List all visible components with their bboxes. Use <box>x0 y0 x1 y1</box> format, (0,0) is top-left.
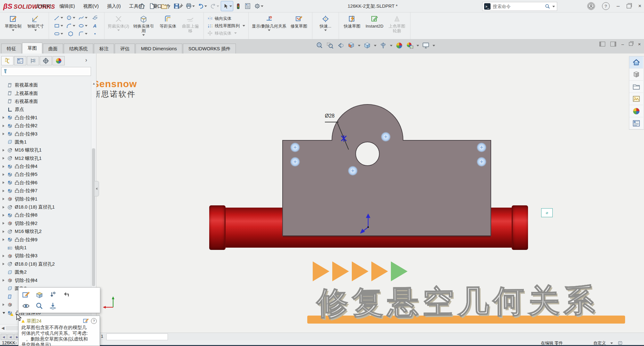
apply-scene-icon[interactable] <box>406 42 414 49</box>
home-button[interactable] <box>137 1 147 11</box>
display-relations-caret[interactable] <box>268 29 270 31</box>
right-pane-icon[interactable] <box>610 42 616 46</box>
linear-pattern-caret[interactable] <box>243 25 245 27</box>
appearances-tab[interactable] <box>629 105 643 117</box>
smart-dimension-caret[interactable] <box>34 29 37 31</box>
display-manager-tab[interactable] <box>53 56 65 65</box>
circle-tool[interactable] <box>64 14 77 22</box>
sketch-button[interactable]: 草图绘制 <box>3 13 23 39</box>
smart-dimension-button[interactable]: 智能尺寸 <box>26 13 45 39</box>
cylinder-left-collar[interactable] <box>209 205 226 250</box>
back-arrow-icon[interactable] <box>62 291 70 299</box>
tree-item-boss-extrude6[interactable]: 凸台-拉伸6 <box>0 179 91 187</box>
rebuild-button[interactable] <box>234 1 243 11</box>
print-button[interactable] <box>184 1 196 11</box>
previous-view-icon[interactable] <box>337 42 344 49</box>
diameter-dimension[interactable]: Ø28 <box>325 113 334 119</box>
polygon-tool[interactable] <box>64 30 77 38</box>
zoom-fit-icon[interactable] <box>316 42 323 49</box>
menu-file[interactable]: 文件(F) <box>36 3 51 9</box>
sketch-point[interactable]: + <box>381 132 391 142</box>
ellipse-tool[interactable] <box>77 22 89 30</box>
close-button[interactable]: × <box>638 3 641 9</box>
options-button[interactable] <box>253 1 264 11</box>
mirror-entities-button[interactable]: 镜向实体 <box>207 15 245 22</box>
plate-body[interactable] <box>282 140 491 236</box>
tab-annotation[interactable]: 标注 <box>94 44 114 54</box>
normal-to-icon[interactable] <box>49 302 57 310</box>
sketch-fillet-tool[interactable] <box>77 30 89 38</box>
shaded-contours-button[interactable]: 上色草图轮廓 <box>387 13 407 39</box>
search-icon[interactable] <box>545 4 550 9</box>
tree-item-right-plane[interactable]: 右视基准面 <box>0 97 91 105</box>
command-search[interactable]: >_ <box>482 2 557 11</box>
document-tab-label[interactable]: 126KK- <box>2 340 17 345</box>
linear-pattern-button[interactable]: 线性草图阵列 <box>207 23 245 29</box>
left-pane-icon[interactable] <box>599 42 605 46</box>
redo-button[interactable] <box>209 1 220 11</box>
move-caret[interactable] <box>234 32 237 34</box>
graphics-viewport[interactable]: Sensnow 新思诺软件 + + + + + + Ø28 ⌀ <box>96 54 644 333</box>
text-tool[interactable]: A <box>89 22 101 30</box>
edit-sketch-icon[interactable] <box>83 318 89 324</box>
sketch-point[interactable]: + <box>348 166 358 176</box>
tree-item-cut-extrude4[interactable]: 切除-拉伸4 <box>0 276 91 284</box>
tree-item-boss-extrude3[interactable]: 凸台-拉伸3 <box>0 130 91 138</box>
tree-item-boss-extrude5[interactable]: 凸台-拉伸5 <box>0 170 91 178</box>
prev-tab-button[interactable]: ◀ <box>7 334 13 340</box>
home-tab[interactable] <box>629 56 643 69</box>
hide-show-eye-icon[interactable] <box>22 302 30 310</box>
tree-item-m16-hole2[interactable]: M16 螺纹孔2 <box>0 227 91 235</box>
menu-insert[interactable]: 插入(I) <box>107 3 121 9</box>
quick-snaps-button[interactable]: 快速... <box>316 13 335 39</box>
search-dropdown-caret[interactable] <box>552 6 555 7</box>
cylinder-right-collar[interactable] <box>512 205 528 250</box>
tree-item-boss-extrude9[interactable]: 凸台-拉伸9 <box>0 235 91 243</box>
doc-restore-button[interactable] <box>629 42 633 46</box>
doc-minimize-button[interactable]: – <box>621 42 624 47</box>
save-button[interactable] <box>172 1 184 11</box>
menu-edit[interactable]: 编辑(E) <box>60 3 75 9</box>
select-tool-button[interactable] <box>221 1 233 11</box>
tab-mbd-dimensions[interactable]: MBD Dimensions <box>136 44 182 54</box>
zoom-to-selection-icon[interactable] <box>35 302 44 310</box>
view-orientation-caret[interactable] <box>374 45 376 46</box>
convert-entities-button[interactable]: 转换实体引用 <box>132 13 155 39</box>
convert-caret[interactable] <box>142 34 145 36</box>
tree-item-origin[interactable]: 原点 <box>0 105 91 113</box>
custom-caret[interactable] <box>610 342 613 344</box>
tree-item-cut-extrude2[interactable]: 切除-拉伸2 <box>0 219 91 227</box>
scroll-up-arrow[interactable]: ▲ <box>92 82 95 85</box>
tab-solidworks-addins[interactable]: SOLIDWORKS 插件 <box>183 44 236 54</box>
tree-item-cut-extrude3[interactable]: 切除-拉伸3 <box>0 252 91 260</box>
instant2d-button[interactable]: Instant2D <box>365 13 384 39</box>
panel-splitter-handle[interactable] <box>94 181 99 196</box>
view-settings-caret[interactable] <box>433 45 435 46</box>
surface-offset-button[interactable]: 曲面上偏移 <box>180 13 200 39</box>
design-library-tab[interactable] <box>629 69 643 81</box>
motion-study-tab[interactable]: 1 <box>101 334 103 339</box>
help-icon[interactable]: ? <box>91 318 97 324</box>
account-icon[interactable] <box>587 2 595 10</box>
tree-item-mirror1[interactable]: 镜向1 <box>0 244 91 252</box>
configuration-manager-tab[interactable] <box>27 56 39 65</box>
tree-item-m12-hole1[interactable]: M12 螺纹孔1 <box>0 154 91 162</box>
plane-tool[interactable] <box>89 14 101 22</box>
tree-item-m16-hole1[interactable]: M16 螺纹孔1 <box>0 146 91 154</box>
help-icon[interactable]: ? <box>602 2 610 10</box>
arc-tool[interactable] <box>64 22 77 30</box>
new-document-button[interactable] <box>147 1 159 11</box>
tree-item-boss-extrude4[interactable]: 凸台-拉伸4 <box>0 162 91 170</box>
tree-item-front-plane[interactable]: 前视基准面 <box>0 81 91 89</box>
tree-item-diameter-hole2[interactable]: Ø18.0 (18) 直径孔2 <box>0 260 91 268</box>
tab-features[interactable]: 特征 <box>1 44 21 54</box>
move-entities-button[interactable]: 移动实体 <box>207 30 245 37</box>
tree-item-cut-extrude1[interactable]: 切除-拉伸1 <box>0 195 91 203</box>
doc-close-button[interactable]: × <box>638 41 641 47</box>
plate-boss[interactable] <box>332 104 403 141</box>
sketch-point[interactable]: + <box>290 143 300 152</box>
line-tool[interactable] <box>52 14 64 22</box>
undo-button[interactable] <box>196 1 208 11</box>
quick-snaps-caret[interactable] <box>324 29 327 31</box>
view-orientation-icon[interactable] <box>363 42 371 49</box>
